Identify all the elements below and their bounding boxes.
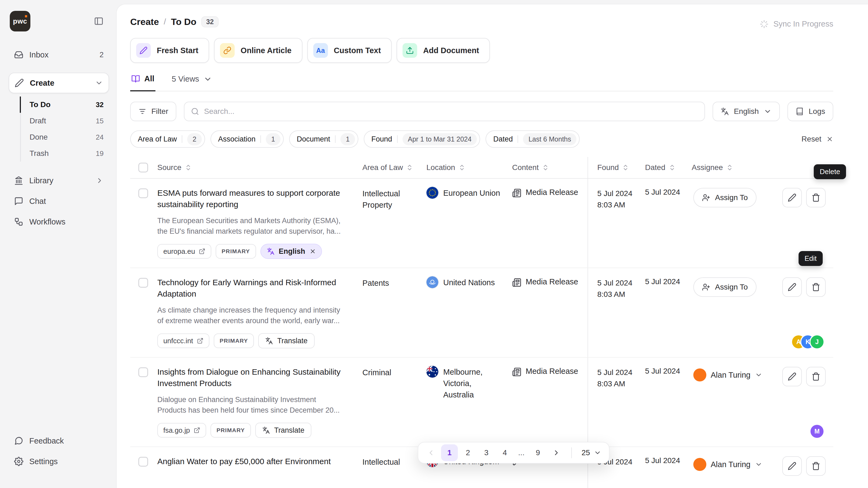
tag-row: fsa.go.jp PRIMARY Translate <box>157 423 354 438</box>
assign-to-button[interactable]: Assign To <box>693 278 756 297</box>
page-button-1[interactable]: 1 <box>441 444 458 461</box>
page-button-9[interactable]: 9 <box>529 444 546 461</box>
delete-button[interactable] <box>806 188 826 207</box>
row-title[interactable]: Insights from Dialogue on Enhancing Sust… <box>157 366 346 389</box>
translate-button[interactable]: Translate <box>258 333 315 348</box>
page-size-select[interactable]: 25 <box>578 448 604 457</box>
found-date: 5 Jul 2024 <box>597 278 637 289</box>
page-button-3[interactable]: 3 <box>478 444 495 461</box>
found-time: 8:03 AM <box>597 378 637 390</box>
chevron-down-icon <box>594 449 601 457</box>
sidebar-item-draft[interactable]: Draft 15 <box>20 113 109 129</box>
chip-label: Document <box>297 135 330 143</box>
previous-page-button[interactable] <box>423 444 439 461</box>
tag-row: europa.eu PRIMARY English <box>157 244 354 259</box>
delete-button[interactable] <box>806 278 826 297</box>
column-header-dated[interactable]: Dated <box>641 157 687 178</box>
page-size-value: 25 <box>582 448 590 457</box>
row-title[interactable]: ESMA puts forward measures to support co… <box>157 187 346 210</box>
delete-button[interactable] <box>806 367 826 386</box>
add-document-button[interactable]: Add Document <box>397 38 490 63</box>
newspaper-icon <box>512 188 521 198</box>
button-label: Filter <box>151 107 168 116</box>
dated-cell: 5 Jul 2024 <box>641 447 687 488</box>
edit-button[interactable] <box>782 456 802 476</box>
sidebar-item-library[interactable]: Library <box>9 170 109 191</box>
found-cell: 5 Jul 2024 8:03 AM <box>588 268 641 357</box>
tab-all[interactable]: All <box>130 70 155 91</box>
filter-icon <box>138 107 147 116</box>
search-icon <box>191 107 199 116</box>
breadcrumb-create[interactable]: Create <box>130 17 159 27</box>
sidebar-item-create[interactable]: Create <box>9 73 108 93</box>
row-title[interactable]: Technology for Early Warnings and Risk-I… <box>157 277 346 300</box>
sidebar-collapse-button[interactable] <box>92 14 106 28</box>
reset-filters-button[interactable]: Reset <box>802 135 833 143</box>
search-input[interactable] <box>204 107 698 116</box>
sidebar-item-inbox[interactable]: Inbox 2 <box>9 44 109 65</box>
online-article-button[interactable]: Online Article <box>214 38 302 63</box>
filter-chip-association[interactable]: Association 1 <box>211 130 284 148</box>
sidebar-item-settings[interactable]: Settings <box>9 451 109 472</box>
content-type-text: Media Release <box>526 367 578 376</box>
found-cell: 5 Jul 2024 8:03 AM <box>588 178 641 268</box>
edit-button[interactable] <box>782 188 802 207</box>
select-all-checkbox[interactable] <box>138 163 148 172</box>
sidebar-item-todo[interactable]: To Do 32 <box>20 97 109 113</box>
row-checkbox[interactable] <box>138 367 148 377</box>
row-checkbox[interactable] <box>138 457 148 466</box>
close-icon <box>826 135 833 142</box>
custom-text-button[interactable]: Aa Custom Text <box>307 38 392 63</box>
external-link-icon <box>194 427 200 433</box>
sidebar-item-done[interactable]: Done 24 <box>20 129 109 145</box>
fresh-start-button[interactable]: Fresh Start <box>130 38 209 63</box>
edit-button[interactable] <box>782 278 802 297</box>
row-checkbox[interactable] <box>138 188 148 198</box>
tab-views-dropdown[interactable]: 5 Views <box>170 70 213 91</box>
column-label: Dated <box>645 163 665 172</box>
edit-button[interactable] <box>782 367 802 386</box>
assignee-select[interactable]: Alan Turing <box>693 366 773 382</box>
column-header-found[interactable]: Found <box>588 157 641 178</box>
column-header-content[interactable]: Content <box>508 157 588 178</box>
table-header: Source Area of Law Location Content Foun… <box>130 157 833 178</box>
source-link[interactable]: europa.eu <box>157 244 211 259</box>
chip-label: Association <box>218 135 255 143</box>
sidebar-item-chat[interactable]: Chat <box>9 191 109 212</box>
sidebar-item-feedback[interactable]: Feedback <box>9 430 109 451</box>
column-header-source[interactable]: Source <box>152 157 358 178</box>
column-header-location[interactable]: Location <box>422 157 508 178</box>
sidebar-item-workflows[interactable]: Workflows <box>9 212 109 232</box>
filter-button[interactable]: Filter <box>130 102 176 121</box>
content-type-text: Media Release <box>526 278 578 286</box>
source-link[interactable]: fsa.go.jp <box>157 423 206 437</box>
chip-value: 1 <box>266 133 280 145</box>
page-button-2[interactable]: 2 <box>460 444 476 461</box>
delete-button[interactable] <box>806 456 826 476</box>
logs-button[interactable]: Logs <box>787 102 833 121</box>
language-chip[interactable]: English <box>260 244 322 259</box>
language-select[interactable]: English <box>713 102 780 121</box>
column-header-assignee[interactable]: Assignee <box>687 157 777 178</box>
column-header-area-of-law[interactable]: Area of Law <box>358 157 422 178</box>
sidebar-item-label: Done <box>30 133 48 141</box>
assign-to-button[interactable]: Assign To <box>693 188 756 207</box>
sidebar-item-label: Draft <box>30 117 46 125</box>
sidebar-item-trash[interactable]: Trash 19 <box>20 145 109 162</box>
row-title[interactable]: Anglian Water to pay £50,000 after Envir… <box>157 456 346 467</box>
source-link[interactable]: unfccc.int <box>157 333 209 348</box>
filter-chip-document[interactable]: Document 1 <box>289 130 358 148</box>
sort-icon <box>726 164 733 171</box>
chevron-down-icon <box>95 79 103 87</box>
page-button-4[interactable]: 4 <box>496 444 513 461</box>
collaborator-avatars: M <box>814 425 824 438</box>
next-page-button[interactable] <box>548 444 565 461</box>
assignee-select[interactable]: Alan Turing <box>693 456 773 471</box>
remove-language-icon[interactable] <box>310 248 316 255</box>
filter-chip-found[interactable]: Found Apr 1 to Mar 31 2024 <box>364 130 480 148</box>
filter-chip-area-of-law[interactable]: Area of Law 2 <box>130 130 205 148</box>
row-checkbox[interactable] <box>138 278 148 288</box>
translate-icon <box>267 248 275 255</box>
filter-chip-dated[interactable]: Dated Last 6 Months <box>486 130 580 148</box>
translate-button[interactable]: Translate <box>255 423 312 438</box>
